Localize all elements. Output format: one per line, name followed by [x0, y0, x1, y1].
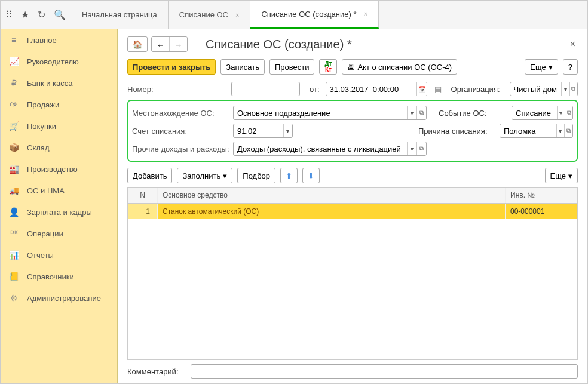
close-button[interactable]: ×: [568, 39, 578, 50]
fill-button[interactable]: Заполнить▾: [177, 168, 232, 183]
table-row[interactable]: 1 Станок автоматический (ОС) 00-000001: [128, 204, 577, 219]
col-n[interactable]: N: [128, 188, 158, 203]
truck-icon: 🚚: [9, 186, 19, 195]
reason-input[interactable]: [500, 124, 556, 137]
location-input[interactable]: [234, 106, 407, 119]
sidebar-item-operations[interactable]: ᴰᴷОперации: [1, 223, 117, 244]
sidebar-item-label: Склад: [27, 143, 50, 152]
factory-icon: 🏭: [9, 164, 19, 174]
home-button[interactable]: 🏠: [127, 36, 148, 52]
number-input[interactable]: [232, 82, 299, 96]
ruble-icon: ₽: [9, 78, 19, 88]
chevron-down-icon[interactable]: ▾: [407, 142, 416, 155]
gear-icon: ⚙: [9, 293, 19, 303]
open-icon[interactable]: ⧉: [416, 106, 426, 119]
other-input[interactable]: [234, 142, 407, 155]
cell-inv: 00-000001: [506, 204, 577, 219]
close-icon[interactable]: ×: [363, 10, 367, 17]
cell-name: Станок автоматический (ОС): [158, 204, 506, 219]
open-icon[interactable]: ⧉: [565, 106, 572, 119]
sidebar: ≡Главное 📈Руководителю ₽Банк и касса 🛍Пр…: [1, 29, 118, 383]
tab-label: Начальная страница: [82, 10, 157, 19]
dk-button[interactable]: ДтКт: [319, 59, 337, 75]
calendar-icon[interactable]: 📅: [416, 82, 426, 96]
back-button[interactable]: ←: [152, 37, 170, 52]
doc-icon[interactable]: ▤: [434, 85, 442, 94]
sidebar-item-assets[interactable]: 🚚ОС и НМА: [1, 180, 117, 201]
sidebar-item-main[interactable]: ≡Главное: [1, 29, 117, 51]
search-icon[interactable]: 🔍: [54, 9, 66, 20]
more-button[interactable]: Еще▾: [525, 59, 558, 75]
sidebar-item-production[interactable]: 🏭Производство: [1, 158, 117, 180]
account-input[interactable]: [234, 124, 283, 137]
sidebar-item-reports[interactable]: 📊Отчеты: [1, 244, 117, 266]
tab-writeoff-create[interactable]: Списание ОС (создание) * ×: [250, 1, 378, 29]
from-label: от:: [310, 85, 320, 94]
sidebar-item-label: ОС и НМА: [27, 186, 65, 195]
sidebar-item-sales[interactable]: 🛍Продажи: [1, 94, 117, 115]
person-icon: 👤: [9, 207, 19, 217]
cell-n: 1: [128, 204, 158, 219]
dk-icon: ᴰᴷ: [9, 229, 19, 238]
chevron-down-icon[interactable]: ▾: [561, 82, 569, 96]
history-icon[interactable]: ↻: [38, 9, 45, 20]
tab-label: Списание ОС (создание) *: [261, 10, 356, 19]
top-toolbar: ⠿ ★ ↻ 🔍 Начальная страница Списание ОС ×…: [1, 1, 587, 29]
tab-home[interactable]: Начальная страница: [71, 1, 169, 29]
sidebar-item-hr[interactable]: 👤Зарплата и кадры: [1, 201, 117, 223]
move-down-button[interactable]: ⬇: [302, 168, 320, 183]
open-icon[interactable]: ⧉: [564, 124, 572, 137]
location-label: Местонахождение ОС:: [132, 109, 229, 118]
sidebar-item-purchases[interactable]: 🛒Покупки: [1, 115, 117, 137]
org-input[interactable]: [510, 82, 562, 96]
open-icon[interactable]: ⧉: [569, 82, 577, 96]
chevron-down-icon[interactable]: ▾: [407, 106, 416, 119]
comment-label: Комментарий:: [127, 367, 187, 376]
sidebar-item-label: Администрирование: [27, 294, 101, 303]
sidebar-item-label: Банк и касса: [27, 79, 73, 88]
bars-icon: 📊: [9, 250, 19, 260]
comment-input[interactable]: [191, 365, 577, 378]
chevron-down-icon: ▾: [568, 171, 572, 180]
print-act-button[interactable]: 🖶Акт о списании ОС (ОС-4): [342, 59, 457, 75]
chevron-down-icon[interactable]: ▾: [556, 124, 565, 137]
chevron-down-icon: ▾: [223, 171, 227, 180]
chevron-down-icon[interactable]: ▾: [283, 124, 292, 137]
move-up-button[interactable]: ⬆: [280, 168, 298, 183]
tool-icons: ⠿ ★ ↻ 🔍: [1, 1, 71, 29]
tabs: Начальная страница Списание ОС × Списани…: [71, 1, 379, 29]
table-more-button[interactable]: Еще▾: [545, 168, 578, 183]
other-label: Прочие доходы и расходы:: [132, 145, 229, 153]
write-button[interactable]: Записать: [220, 59, 265, 75]
tab-writeoff[interactable]: Списание ОС ×: [169, 1, 251, 29]
sidebar-item-bank[interactable]: ₽Банк и касса: [1, 72, 117, 94]
date-input[interactable]: [326, 82, 417, 96]
col-inv[interactable]: Инв. №: [506, 188, 577, 203]
sidebar-item-admin[interactable]: ⚙Администрирование: [1, 287, 117, 309]
chevron-down-icon: ▾: [549, 63, 553, 72]
star-icon[interactable]: ★: [21, 9, 29, 20]
page-title: Списание ОС (создание) *: [206, 38, 568, 51]
pick-button[interactable]: Подбор: [237, 168, 275, 183]
sidebar-item-label: Операции: [27, 229, 63, 238]
post-close-button[interactable]: Провести и закрыть: [127, 59, 216, 75]
open-icon[interactable]: ⧉: [416, 142, 426, 155]
chart-icon: 📈: [9, 57, 19, 66]
add-button[interactable]: Добавить: [127, 168, 172, 183]
close-icon[interactable]: ×: [235, 11, 239, 19]
sidebar-item-warehouse[interactable]: 📦Склад: [1, 137, 117, 158]
sidebar-item-catalogs[interactable]: 📒Справочники: [1, 266, 117, 287]
sidebar-item-label: Покупки: [27, 122, 56, 131]
help-button[interactable]: ?: [563, 59, 578, 75]
book-icon: 📒: [9, 272, 19, 281]
chevron-down-icon[interactable]: ▾: [557, 106, 565, 119]
menu-icon: ≡: [9, 35, 19, 45]
apps-icon[interactable]: ⠿: [5, 9, 13, 20]
sidebar-item-manager[interactable]: 📈Руководителю: [1, 51, 117, 72]
event-input[interactable]: [512, 106, 557, 119]
post-button[interactable]: Провести: [270, 59, 315, 75]
account-label: Счет списания:: [132, 127, 229, 136]
col-name[interactable]: Основное средство: [158, 188, 506, 203]
number-label: Номер:: [127, 85, 228, 94]
forward-button[interactable]: →: [170, 37, 187, 52]
